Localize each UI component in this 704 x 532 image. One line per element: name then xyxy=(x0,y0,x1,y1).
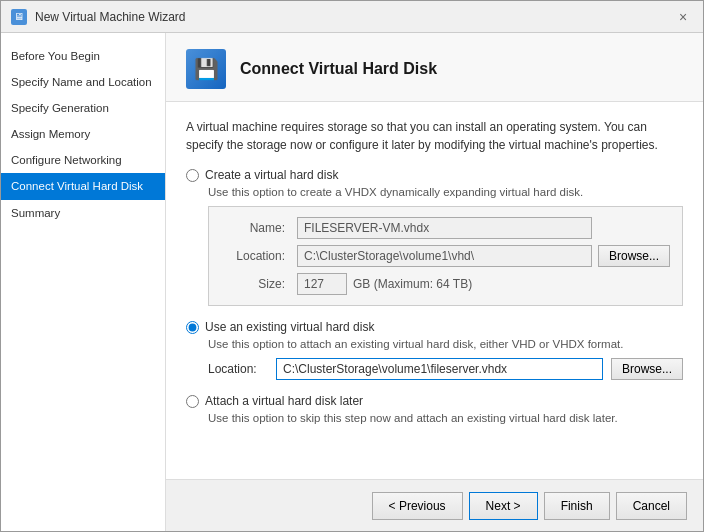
existing-location-label: Location: xyxy=(208,362,268,376)
size-unit-label: GB (Maximum: 64 TB) xyxy=(353,277,472,291)
use-existing-desc: Use this option to attach an existing vi… xyxy=(208,338,683,350)
sidebar-item-summary[interactable]: Summary xyxy=(1,200,165,226)
use-existing-label: Use an existing virtual hard disk xyxy=(205,320,374,334)
sidebar-item-specify-generation[interactable]: Specify Generation xyxy=(1,95,165,121)
create-vhd-option: Create a virtual hard disk Use this opti… xyxy=(186,168,683,306)
vhd-location-input[interactable] xyxy=(297,245,592,267)
sidebar: Before You BeginSpecify Name and Locatio… xyxy=(1,33,166,531)
create-vhd-label: Create a virtual hard disk xyxy=(205,168,338,182)
existing-location-input[interactable] xyxy=(276,358,603,380)
window-icon: 🖥 xyxy=(11,9,27,25)
main-content: A virtual machine requires storage so th… xyxy=(166,102,703,479)
use-existing-option: Use an existing virtual hard disk Use th… xyxy=(186,320,683,380)
create-vhd-radio-label[interactable]: Create a virtual hard disk xyxy=(186,168,683,182)
create-vhd-radio[interactable] xyxy=(186,169,199,182)
title-bar-left: 🖥 New Virtual Machine Wizard xyxy=(11,9,186,25)
vhd-size-input[interactable] xyxy=(297,273,347,295)
attach-later-radio[interactable] xyxy=(186,395,199,408)
header-icon: 💾 xyxy=(186,49,226,89)
attach-later-desc: Use this option to skip this step now an… xyxy=(208,412,683,424)
next-button[interactable]: Next > xyxy=(469,492,538,520)
use-existing-radio-label[interactable]: Use an existing virtual hard disk xyxy=(186,320,683,334)
main-panel: 💾 Connect Virtual Hard Disk A virtual ma… xyxy=(166,33,703,531)
vhd-browse-button[interactable]: Browse... xyxy=(598,245,670,267)
size-row: GB (Maximum: 64 TB) xyxy=(297,273,592,295)
location-label: Location: xyxy=(221,249,291,263)
sidebar-item-connect-vhd[interactable]: Connect Virtual Hard Disk xyxy=(1,173,165,199)
name-label: Name: xyxy=(221,221,291,235)
existing-browse-button[interactable]: Browse... xyxy=(611,358,683,380)
main-header: 💾 Connect Virtual Hard Disk xyxy=(166,33,703,102)
create-vhd-desc: Use this option to create a VHDX dynamic… xyxy=(208,186,683,198)
window: 🖥 New Virtual Machine Wizard × Before Yo… xyxy=(0,0,704,532)
attach-later-radio-label[interactable]: Attach a virtual hard disk later xyxy=(186,394,683,408)
use-existing-radio[interactable] xyxy=(186,321,199,334)
finish-button[interactable]: Finish xyxy=(544,492,610,520)
sidebar-item-specify-name[interactable]: Specify Name and Location xyxy=(1,69,165,95)
sidebar-item-before-you-begin[interactable]: Before You Begin xyxy=(1,43,165,69)
footer: < Previous Next > Finish Cancel xyxy=(166,479,703,531)
create-vhd-form: Name: Location: Browse... Size: GB (Maxi… xyxy=(208,206,683,306)
description-text: A virtual machine requires storage so th… xyxy=(186,118,683,154)
sidebar-item-assign-memory[interactable]: Assign Memory xyxy=(1,121,165,147)
content-area: Before You BeginSpecify Name and Locatio… xyxy=(1,33,703,531)
window-title: New Virtual Machine Wizard xyxy=(35,10,186,24)
header-title: Connect Virtual Hard Disk xyxy=(240,60,437,78)
cancel-button[interactable]: Cancel xyxy=(616,492,687,520)
sidebar-item-configure-networking[interactable]: Configure Networking xyxy=(1,147,165,173)
title-bar: 🖥 New Virtual Machine Wizard × xyxy=(1,1,703,33)
close-button[interactable]: × xyxy=(673,7,693,27)
attach-later-option: Attach a virtual hard disk later Use thi… xyxy=(186,394,683,424)
previous-button[interactable]: < Previous xyxy=(372,492,463,520)
attach-later-label: Attach a virtual hard disk later xyxy=(205,394,363,408)
vhd-name-input[interactable] xyxy=(297,217,592,239)
size-label: Size: xyxy=(221,277,291,291)
existing-location-row: Location: Browse... xyxy=(208,358,683,380)
